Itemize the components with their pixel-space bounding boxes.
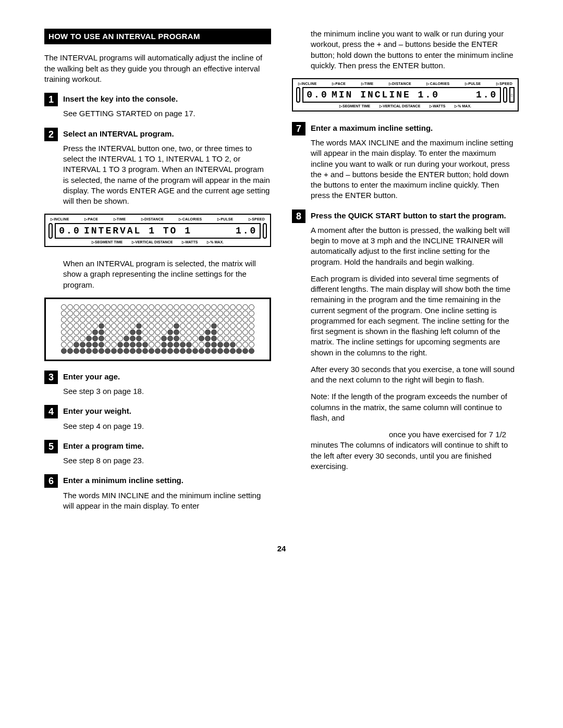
matrix-dot	[249, 304, 254, 310]
matrix-dot	[80, 348, 85, 354]
matrix-dot	[192, 311, 198, 316]
matrix-dot	[230, 323, 236, 329]
matrix-dot	[249, 323, 254, 329]
matrix-dot	[124, 348, 129, 354]
lcd-cap-icon	[503, 87, 507, 103]
matrix-dot	[205, 348, 211, 354]
lcd-top-labels: INCLINE PACE TIME DISTANCE CALORIES PULS…	[48, 217, 267, 223]
matrix-dot	[199, 317, 204, 323]
step-body: once you have exercised for 7 1/2 minute…	[311, 429, 519, 472]
matrix-dot	[217, 323, 223, 329]
matrix-dot	[249, 348, 254, 354]
matrix-dot	[67, 311, 73, 316]
matrix-dot	[217, 304, 223, 310]
step-body: Each program is divided into several tim…	[311, 274, 519, 358]
matrix-dot	[211, 317, 217, 323]
matrix-dot	[155, 342, 161, 348]
matrix-dot	[186, 311, 192, 316]
matrix-dot	[249, 342, 254, 348]
matrix-dot	[174, 317, 179, 323]
lcd-top-labels: INCLINE PACE TIME DISTANCE CALORIES PULS…	[296, 81, 515, 87]
step-title: Enter your weight.	[63, 406, 271, 416]
matrix-dot	[136, 311, 142, 316]
step-3: 3 Enter your age. See step 3 on page 18.	[44, 372, 271, 397]
matrix-dot	[86, 336, 92, 341]
matrix-dot	[174, 348, 179, 354]
matrix-dot	[117, 317, 123, 323]
matrix-dot	[230, 311, 236, 316]
matrix-dot	[149, 348, 154, 354]
matrix-dot	[142, 348, 148, 354]
matrix-dot	[61, 348, 67, 354]
matrix-dot	[105, 342, 111, 348]
matrix-dot	[186, 329, 192, 335]
matrix-dot	[92, 323, 98, 329]
matrix-dot	[174, 329, 179, 335]
intro-paragraph: The INTERVAL programs will automatically…	[44, 53, 271, 84]
matrix-dot	[155, 311, 161, 316]
matrix-dot	[92, 304, 98, 310]
step-title: Press the QUICK START button to start th…	[311, 211, 519, 221]
matrix-dot	[80, 342, 85, 348]
matrix-dot	[236, 317, 242, 323]
right-column: the minimum incline you want to walk or …	[292, 29, 519, 517]
matrix-dot	[149, 304, 154, 310]
matrix-dot	[180, 304, 186, 310]
matrix-dot	[161, 317, 167, 323]
step-body: See step 4 on page 19.	[63, 421, 271, 431]
matrix-dot	[199, 336, 204, 341]
lcd-value-right: 1.0	[476, 89, 497, 101]
matrix-dot	[155, 348, 161, 354]
matrix-dot	[211, 329, 217, 335]
step-number-icon: 2	[44, 128, 58, 141]
lcd-label: WATTS	[430, 104, 445, 108]
matrix-dot	[61, 311, 67, 316]
matrix-dot	[192, 329, 198, 335]
matrix-dot	[130, 336, 136, 341]
matrix-dot	[249, 329, 254, 335]
matrix-dot	[117, 348, 123, 354]
matrix-dot	[142, 317, 148, 323]
lcd-bottom-labels: SEGMENT TIME VERTICAL DISTANCE WATTS % M…	[296, 103, 515, 109]
lcd-label: WATTS	[182, 240, 198, 244]
matrix-dot	[230, 329, 236, 335]
matrix-dot	[99, 311, 104, 316]
lcd-label: PULSE	[217, 217, 234, 221]
matrix-dot	[224, 317, 229, 323]
matrix-dot	[130, 304, 136, 310]
matrix-dot	[161, 304, 167, 310]
lcd-display-min-incline: INCLINE PACE TIME DISTANCE CALORIES PULS…	[292, 78, 519, 112]
matrix-dot	[105, 304, 111, 310]
matrix-dot	[74, 342, 79, 348]
lcd-display-interval: INCLINE PACE TIME DISTANCE CALORIES PULS…	[44, 214, 271, 247]
page-number: 24	[44, 544, 519, 554]
matrix-dot	[149, 317, 154, 323]
matrix-dot	[211, 311, 217, 316]
matrix-dot	[224, 342, 229, 348]
matrix-dot	[174, 323, 179, 329]
matrix-dot	[192, 348, 198, 354]
lcd-label: PACE	[332, 81, 346, 86]
lcd-label: SEGMENT TIME	[339, 104, 370, 108]
matrix-dot	[167, 317, 173, 323]
matrix-dot	[61, 342, 67, 348]
matrix-dot	[136, 336, 142, 341]
lcd-value-center: MIN INCLINE 1.0	[328, 89, 476, 101]
matrix-dot	[155, 329, 161, 335]
matrix-dot	[199, 304, 204, 310]
lcd-label: VERTICAL DISTANCE	[380, 104, 420, 108]
matrix-dot	[92, 342, 98, 348]
matrix-dot	[167, 336, 173, 341]
lcd-label: PULSE	[465, 81, 481, 86]
matrix-dot	[186, 323, 192, 329]
step-title: Select an INTERVAL program.	[63, 129, 271, 139]
matrix-dot	[167, 348, 173, 354]
step-body: A moment after the button is pressed, th…	[311, 225, 519, 267]
step-number-icon: 4	[44, 405, 58, 418]
step-number-icon: 5	[44, 440, 58, 453]
matrix-dot	[86, 323, 92, 329]
matrix-dot	[167, 342, 173, 348]
step-number-icon: 8	[292, 209, 305, 223]
left-column: HOW TO USE AN INTERVAL PROGRAM The INTER…	[44, 29, 271, 517]
matrix-dot	[136, 323, 142, 329]
